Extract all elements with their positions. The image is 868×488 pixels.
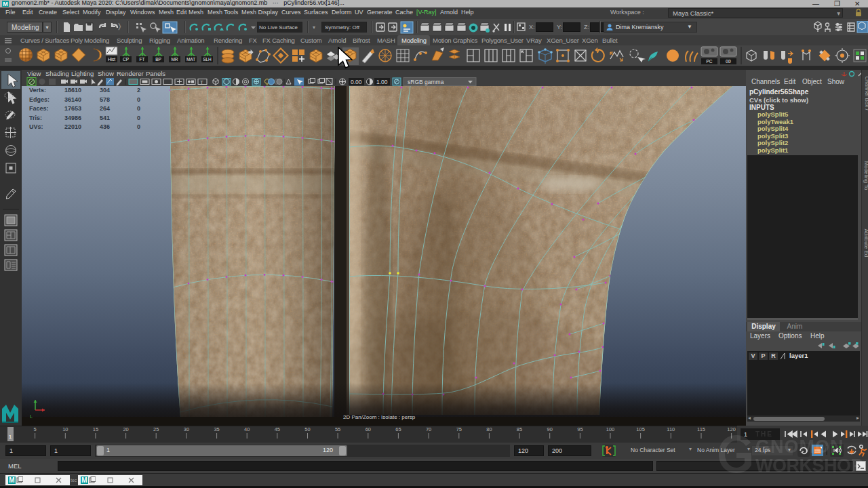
svg-text:Hist: Hist bbox=[108, 57, 115, 62]
svg-text:0: 0 bbox=[137, 123, 140, 130]
svg-text:115: 115 bbox=[697, 426, 705, 432]
svg-text:Verts:: Verts: bbox=[29, 87, 46, 94]
svg-text:1.00: 1.00 bbox=[376, 79, 388, 85]
svg-text:60: 60 bbox=[366, 426, 371, 432]
svg-text:22010: 22010 bbox=[64, 123, 81, 130]
svg-text:1: 1 bbox=[9, 434, 12, 440]
svg-text:90: 90 bbox=[547, 426, 553, 432]
svg-text:34986: 34986 bbox=[64, 115, 81, 121]
svg-text:17653: 17653 bbox=[64, 105, 81, 112]
svg-text:10: 10 bbox=[62, 426, 68, 432]
svg-text:105: 105 bbox=[636, 426, 645, 432]
svg-text:0: 0 bbox=[137, 115, 140, 121]
svg-text:0.00: 0.00 bbox=[351, 79, 362, 85]
svg-text:45: 45 bbox=[275, 426, 280, 432]
svg-text:110: 110 bbox=[667, 426, 675, 432]
svg-text:65: 65 bbox=[395, 426, 401, 432]
svg-text:SLH: SLH bbox=[203, 57, 212, 62]
svg-text:120: 120 bbox=[727, 426, 736, 432]
svg-text:578: 578 bbox=[100, 96, 110, 103]
svg-text:CP: CP bbox=[123, 57, 129, 62]
svg-text:MAT: MAT bbox=[186, 57, 195, 62]
svg-text:18610: 18610 bbox=[64, 87, 81, 94]
svg-text:sRGB gamma: sRGB gamma bbox=[408, 79, 444, 85]
svg-text:55: 55 bbox=[335, 426, 340, 432]
svg-text:304: 304 bbox=[100, 87, 110, 94]
svg-text:15: 15 bbox=[93, 426, 98, 432]
svg-text:Faces:: Faces: bbox=[29, 105, 49, 112]
svg-text:M: M bbox=[81, 476, 87, 484]
svg-text:25: 25 bbox=[153, 426, 159, 432]
svg-text:75: 75 bbox=[456, 426, 462, 432]
svg-text:20: 20 bbox=[123, 426, 128, 432]
svg-text:80: 80 bbox=[486, 426, 492, 432]
svg-text:36140: 36140 bbox=[64, 96, 81, 103]
svg-text:UVs:: UVs: bbox=[29, 123, 43, 130]
svg-text:L: L bbox=[30, 414, 33, 419]
svg-text:OD: OD bbox=[726, 60, 731, 64]
svg-text:0: 0 bbox=[137, 105, 140, 112]
svg-text:95: 95 bbox=[577, 426, 583, 432]
svg-text:541: 541 bbox=[100, 115, 110, 121]
svg-text:Tris:: Tris: bbox=[29, 115, 42, 121]
svg-text:264: 264 bbox=[100, 105, 110, 112]
svg-text:100: 100 bbox=[606, 426, 615, 432]
svg-text:Edges:: Edges: bbox=[29, 96, 50, 103]
svg-text:T: T bbox=[200, 79, 203, 85]
svg-text:2: 2 bbox=[137, 87, 140, 94]
svg-text:40: 40 bbox=[244, 426, 250, 432]
svg-text:2D Pan/Zoom : Isolate : persp: 2D Pan/Zoom : Isolate : persp bbox=[343, 414, 416, 420]
svg-text:35: 35 bbox=[214, 426, 219, 432]
svg-text:70: 70 bbox=[426, 426, 431, 432]
svg-text:1: 1 bbox=[744, 431, 747, 438]
svg-text:85: 85 bbox=[517, 426, 522, 432]
svg-text:MR: MR bbox=[171, 57, 178, 62]
svg-text:M: M bbox=[9, 476, 14, 484]
svg-text:BP: BP bbox=[155, 57, 161, 62]
svg-text:0: 0 bbox=[137, 96, 140, 103]
svg-text:PC: PC bbox=[706, 59, 712, 64]
svg-text:436: 436 bbox=[100, 123, 110, 130]
svg-text:30: 30 bbox=[184, 426, 189, 432]
svg-text:FT: FT bbox=[140, 57, 145, 62]
svg-text:50: 50 bbox=[304, 426, 310, 432]
svg-text:M: M bbox=[3, 1, 8, 7]
svg-text:5: 5 bbox=[34, 426, 37, 432]
